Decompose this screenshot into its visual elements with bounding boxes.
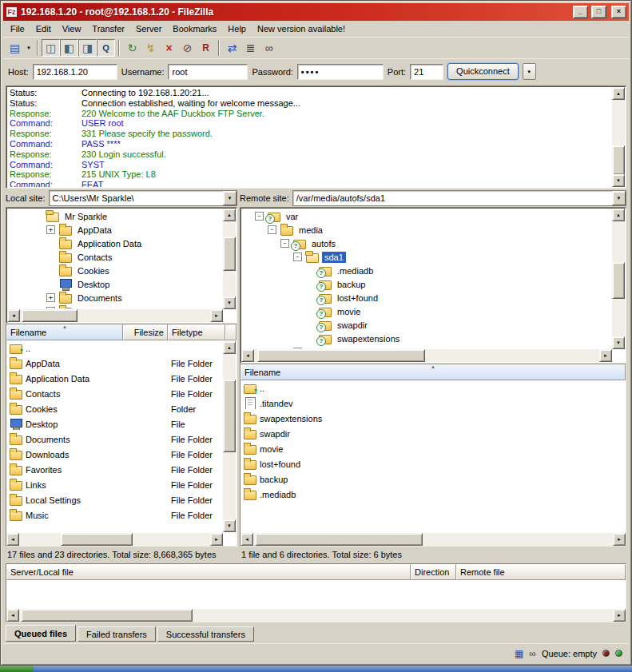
tree-item[interactable]: - sda1 [242,250,611,264]
filename-filter-icon[interactable]: Q [97,39,115,57]
close-button[interactable]: × [611,6,626,18]
remote-list-hscrollbar[interactable]: ◄ ► [240,533,626,546]
tree-item[interactable]: + AppData [8,223,222,237]
menu-item[interactable]: New version available! [252,22,351,36]
remote-tree-vscrollbar[interactable]: ▲ ▼ [612,209,625,349]
scroll-up-icon[interactable]: ▲ [223,341,236,354]
file-row[interactable]: Downloads File Folder [6,447,223,462]
file-row[interactable]: .titandev [240,396,626,411]
tree-item[interactable]: Mr Sparkle [8,209,222,223]
scroll-left-icon[interactable]: ◄ [6,609,19,622]
tree-item[interactable]: movie [242,304,611,318]
queue-tab[interactable]: Failed transfers [78,626,156,642]
tree-item[interactable]: Desktop [8,277,222,291]
local-site-combo[interactable]: C:\Users\Mr Sparkle\ ▼ [49,190,237,206]
remote-site-path[interactable]: /var/media/autofs/sda1 [293,193,612,203]
menu-item[interactable]: Transfer [86,22,130,36]
file-row[interactable]: movie [240,441,626,456]
scroll-left-icon[interactable]: ◄ [7,309,20,322]
file-row[interactable]: Contacts File Folder [6,386,223,401]
remote-tree-hscrollbar[interactable]: ◄ ► [241,349,612,362]
file-row[interactable]: Application Data File Folder [6,371,223,386]
cancel-operation-icon[interactable]: × [160,39,178,57]
toggle-local-tree-icon[interactable]: ◧ [60,39,78,57]
scroll-right-icon[interactable]: ► [599,349,612,362]
disconnect-icon[interactable]: ⊘ [178,39,197,57]
menu-item[interactable]: View [57,22,87,36]
scroll-left-icon[interactable]: ◄ [6,533,19,546]
toggle-message-log-icon[interactable]: ◫ [42,39,60,57]
local-tree-vscrollbar[interactable]: ▲ ▼ [223,209,236,309]
local-tree-hscrollbar[interactable]: ◄ ► [7,309,223,322]
toggle-remote-tree-icon[interactable]: ◨ [78,39,97,57]
tree-item[interactable]: swapextensions [242,332,611,345]
combo-dropdown-icon[interactable]: ▼ [223,191,237,205]
tree-item[interactable]: Application Data [8,237,222,250]
password-input[interactable]: •••• [297,64,384,80]
quickconnect-dropdown-icon[interactable]: ▼ [523,63,536,80]
file-row[interactable]: Local Settings File Folder [6,492,223,507]
file-row[interactable]: AppData File Folder [6,356,223,371]
tree-expander-icon[interactable]: + [46,293,55,302]
column-header-filesize[interactable]: Filesize [123,324,168,340]
port-input[interactable]: 21 [410,64,443,80]
column-header-server-local-file[interactable]: Server/Local file [6,564,411,580]
local-site-path[interactable]: C:\Users\Mr Sparkle\ [50,193,223,203]
scrollbar-thumb[interactable] [612,145,625,176]
directory-comparison-icon[interactable]: ⇄ [223,39,241,57]
menu-item[interactable]: File [5,22,30,36]
scrollbar-thumb[interactable] [223,237,236,271]
remote-site-combo[interactable]: /var/media/autofs/sda1 ▼ [292,190,626,206]
queue-tab[interactable]: Queued files [6,625,76,642]
scroll-up-icon[interactable]: ▲ [612,87,625,100]
scroll-right-icon[interactable]: ► [210,533,223,546]
combo-dropdown-icon[interactable]: ▼ [612,191,626,205]
log-scrollbar[interactable]: ▲ ▼ [612,87,625,187]
scrollbar-thumb[interactable] [22,309,78,322]
scroll-down-icon[interactable]: ▼ [612,336,625,349]
file-row[interactable]: .mediadb [240,487,626,502]
menu-item[interactable]: Help [222,22,252,36]
tree-item[interactable]: - autofs [242,237,611,250]
column-header-filename[interactable]: ▲Filename [6,324,123,340]
tree-expander-icon[interactable]: + [46,307,55,308]
column-header-direction[interactable]: Direction [411,564,456,580]
tree-expander-icon[interactable]: + [46,225,55,234]
scroll-left-icon[interactable]: ◄ [240,533,253,546]
titlebar[interactable]: Fz 192.168.1.20 - root@192.168.1.20 - Fi… [3,3,629,21]
host-input[interactable]: 192.168.1.20 [33,64,117,80]
tree-item[interactable]: Cookies [8,264,222,277]
scrollbar-thumb[interactable] [61,533,133,546]
file-row[interactable]: backup [240,471,626,487]
column-header-filename[interactable]: ▲Filename [240,364,626,380]
tree-item[interactable]: - media [242,223,611,237]
scrollbar-thumb[interactable] [21,609,193,622]
file-row[interactable]: .. [6,340,223,356]
site-manager-icon[interactable]: ▤ [6,39,24,57]
column-header-remote-file[interactable]: Remote file [456,564,626,580]
scroll-up-icon[interactable]: ▲ [223,209,236,221]
scroll-down-icon[interactable]: ▼ [223,519,236,532]
synchronized-browsing-icon[interactable]: ≣ [241,39,260,57]
scrollbar-thumb[interactable] [223,380,236,452]
file-row[interactable]: .. [240,380,626,396]
tree-item[interactable]: backup [242,277,611,291]
file-row[interactable]: Links File Folder [6,477,223,492]
find-files-icon[interactable]: ∞ [260,39,278,57]
refresh-icon[interactable]: ↻ [123,39,141,57]
tree-item[interactable]: + dvd [242,345,611,348]
menu-item[interactable]: Edit [30,22,57,36]
local-list-vscrollbar[interactable]: ▲ ▼ [223,341,236,532]
scroll-down-icon[interactable]: ▼ [612,174,625,187]
queue-tab[interactable]: Successful transfers [157,626,254,642]
tree-item[interactable]: swapdir [242,318,611,332]
tree-expander-icon[interactable]: - [255,212,264,221]
scroll-up-icon[interactable]: ▲ [612,209,625,221]
tree-expander-icon[interactable]: - [293,252,302,261]
file-row[interactable]: Desktop File [6,416,223,431]
queue-hscrollbar[interactable]: ◄ ► [6,609,626,622]
maximize-button[interactable]: □ [591,6,606,18]
process-queue-icon[interactable]: ↯ [141,39,160,57]
scroll-right-icon[interactable]: ► [210,309,223,322]
tree-expander-icon[interactable]: - [268,225,276,234]
